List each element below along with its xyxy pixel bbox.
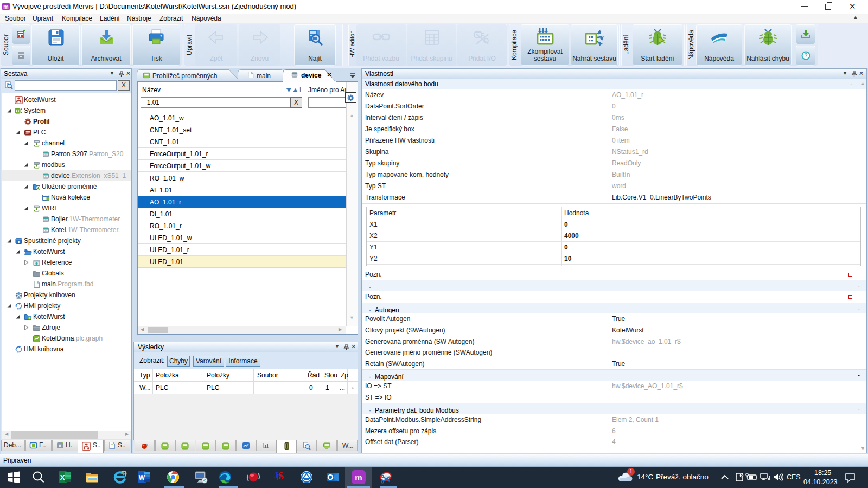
svg-text:S: S xyxy=(278,471,284,481)
svg-text:?: ? xyxy=(804,53,807,59)
svg-text:m: m xyxy=(355,473,362,482)
svg-text:X: X xyxy=(60,473,65,481)
svg-text:W: W xyxy=(139,474,145,481)
